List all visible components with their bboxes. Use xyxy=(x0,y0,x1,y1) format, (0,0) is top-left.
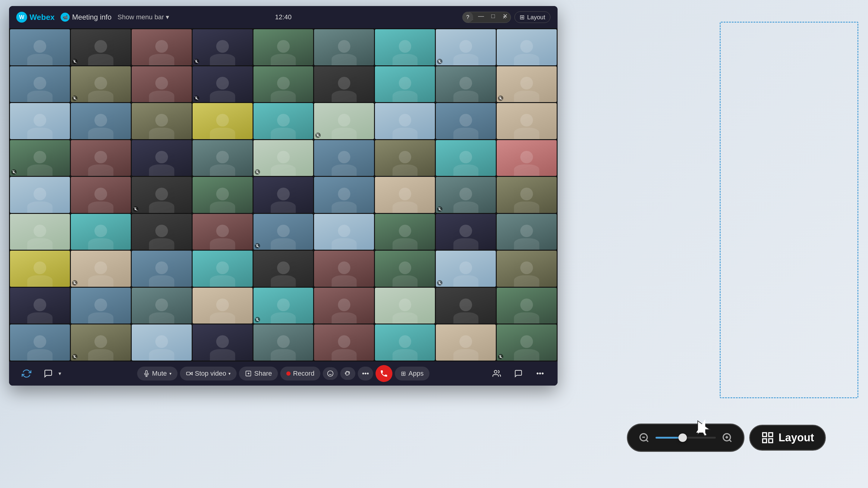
video-cell xyxy=(193,251,253,287)
more-options-icon: ••• xyxy=(536,369,544,378)
layout-large-button[interactable]: Layout xyxy=(749,425,826,451)
video-cell xyxy=(253,177,313,213)
end-call-button[interactable] xyxy=(375,365,393,382)
video-cell xyxy=(436,103,496,139)
video-cell xyxy=(497,251,557,287)
reactions-button[interactable] xyxy=(323,367,338,380)
titlebar: W Webex 📹 Meeting info Show menu bar ▾ 1… xyxy=(9,6,558,28)
video-cell xyxy=(314,66,374,102)
video-cell xyxy=(193,214,253,250)
layout-large-label: Layout xyxy=(778,431,814,444)
video-cell xyxy=(253,103,313,139)
chat-icon xyxy=(40,365,57,382)
video-cell xyxy=(193,140,253,176)
svg-rect-31 xyxy=(769,439,773,443)
video-cell xyxy=(253,288,313,324)
video-cell xyxy=(497,29,557,65)
video-cell xyxy=(375,66,435,102)
svg-line-25 xyxy=(730,440,732,442)
svg-rect-29 xyxy=(769,433,773,437)
video-cell xyxy=(253,251,313,287)
mic-off-icon xyxy=(315,133,321,138)
mic-off-icon xyxy=(194,59,199,64)
video-cell xyxy=(71,140,131,176)
video-cell xyxy=(314,214,374,250)
maximize-button[interactable]: □ xyxy=(489,12,497,20)
mic-off-icon xyxy=(255,169,260,175)
close-button[interactable]: ✕ xyxy=(501,12,509,20)
apps-button[interactable]: ⊞ Apps xyxy=(395,367,430,381)
video-cell xyxy=(193,103,253,139)
video-cell xyxy=(375,251,435,287)
svg-rect-17 xyxy=(186,372,190,375)
video-arrow: ▾ xyxy=(228,371,230,376)
video-cell xyxy=(71,103,131,139)
video-cell xyxy=(375,288,435,324)
window-controls: ? — □ ✕ xyxy=(462,12,509,23)
camera-icon: 📹 xyxy=(61,13,70,22)
video-cell xyxy=(10,29,70,65)
video-cell xyxy=(253,140,313,176)
video-cell xyxy=(10,214,70,250)
minimize-button[interactable]: — xyxy=(477,12,485,20)
zoom-slider-handle[interactable] xyxy=(678,433,687,442)
wave-button[interactable] xyxy=(340,367,355,380)
chat-sidebar-button[interactable] xyxy=(510,365,527,382)
video-cell xyxy=(193,324,253,361)
layout-button[interactable]: ⊞ Layout xyxy=(515,11,550,23)
video-cell xyxy=(253,29,313,65)
toolbar: ▾ Mute ▾ Stop video ▾ xyxy=(9,361,558,386)
mic-off-icon xyxy=(498,96,503,101)
video-cell xyxy=(132,140,192,176)
zoom-slider-track[interactable] xyxy=(655,437,716,438)
more-button[interactable]: ••• xyxy=(358,367,373,381)
participants-button[interactable] xyxy=(488,365,505,382)
help-button[interactable]: ? xyxy=(462,12,473,23)
video-cell xyxy=(497,140,557,176)
webex-label: Webex xyxy=(30,13,55,22)
video-cell xyxy=(132,324,192,361)
video-cell xyxy=(436,324,496,361)
show-menu-button[interactable]: Show menu bar ▾ xyxy=(118,13,169,21)
sync-icon-button[interactable] xyxy=(18,365,35,382)
more-options-button[interactable]: ••• xyxy=(532,365,549,382)
mute-button[interactable]: Mute ▾ xyxy=(137,367,178,381)
mic-off-icon xyxy=(194,96,199,101)
mic-off-icon xyxy=(437,206,442,212)
video-cell xyxy=(314,324,374,361)
record-button[interactable]: Record xyxy=(280,367,320,381)
video-cell xyxy=(193,29,253,65)
video-cell xyxy=(375,324,435,361)
mic-off-icon xyxy=(72,59,78,64)
video-cell xyxy=(314,140,374,176)
center-toolbar: Mute ▾ Stop video ▾ Share xyxy=(137,365,430,382)
more-dots-icon: ••• xyxy=(362,369,369,378)
video-cell xyxy=(71,66,131,102)
zoom-in-button[interactable] xyxy=(719,430,735,446)
record-label: Record xyxy=(293,369,314,378)
show-menu-label: Show menu bar xyxy=(118,13,164,21)
apps-grid-icon: ⊞ xyxy=(401,370,406,377)
mic-off-icon xyxy=(437,59,442,64)
video-cell xyxy=(10,103,70,139)
stop-video-button[interactable]: Stop video ▾ xyxy=(180,367,237,381)
layout-label: Layout xyxy=(527,14,545,21)
video-cell xyxy=(314,29,374,65)
video-cell xyxy=(71,324,131,361)
video-cell xyxy=(314,288,374,324)
video-cell xyxy=(497,66,557,102)
mic-off-icon xyxy=(72,280,78,286)
video-cell xyxy=(497,324,557,361)
video-cell xyxy=(497,288,557,324)
video-cell xyxy=(132,177,192,213)
share-button[interactable]: Share xyxy=(239,367,278,381)
zoom-bar xyxy=(627,424,744,452)
meeting-info-button[interactable]: 📹 Meeting info xyxy=(61,13,112,22)
zoom-out-button[interactable] xyxy=(636,430,652,446)
video-cell xyxy=(314,103,374,139)
webex-logo: W Webex xyxy=(16,12,55,23)
video-cell xyxy=(71,214,131,250)
chat-button[interactable]: ▾ xyxy=(40,365,61,382)
meeting-info-label: Meeting info xyxy=(72,13,112,22)
record-dot-icon xyxy=(286,371,290,376)
